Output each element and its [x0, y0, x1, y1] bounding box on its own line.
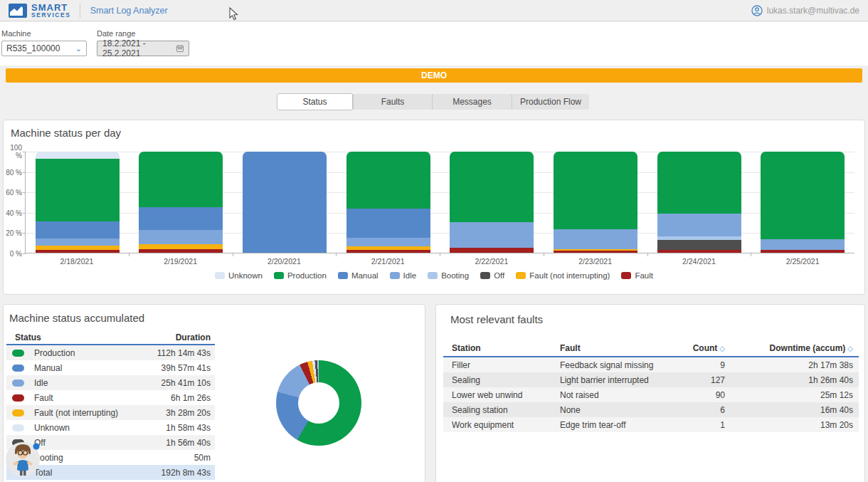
x-tick-mark: [440, 253, 440, 256]
x-tick-mark: [233, 253, 233, 256]
legend-item-manual[interactable]: Manual: [338, 271, 379, 280]
stacked-bar[interactable]: [139, 152, 223, 253]
y-tick-label: 40 %: [4, 209, 22, 216]
fault-column-header: Fault: [551, 343, 679, 353]
count-sort-icon[interactable]: ◇: [719, 345, 725, 352]
user-menu[interactable]: lukas.stark@multivac.de: [751, 5, 859, 16]
legend-swatch: [274, 272, 284, 279]
accumulated-table-header: Status Duration: [6, 330, 215, 345]
machine-status-per-day-card: Machine status per day 2/18/20212/19/202…: [3, 120, 865, 295]
stacked-bar[interactable]: [346, 152, 430, 253]
station-column-header: Station: [443, 343, 551, 353]
x-axis-label: 2/22/2021: [440, 257, 544, 266]
legend-item-off[interactable]: Off: [480, 271, 504, 280]
status-donut-chart: [276, 360, 361, 446]
legend-item-production[interactable]: Production: [274, 271, 327, 280]
faults-table-header: Station Fault Count◇ Downtime (accum)◇: [443, 340, 859, 357]
legend-item-fault[interactable]: Fault: [621, 271, 653, 280]
tab-production-flow[interactable]: Production Flow: [512, 94, 589, 110]
y-tick-label: 80 %: [4, 168, 22, 176]
x-axis-label: 2/19/2021: [129, 257, 233, 266]
chart-title: Machine status per day: [11, 127, 121, 139]
accumulated-row-production: Production112h 14m 43s: [6, 345, 215, 360]
stacked-bar[interactable]: [243, 152, 327, 253]
x-tick-mark: [751, 253, 751, 256]
legend-item-booting[interactable]: Booting: [428, 271, 469, 280]
bar-segment-manual: [346, 209, 430, 238]
x-axis-labels: 2/18/20212/19/20212/20/20212/21/20212/22…: [25, 257, 854, 266]
bar-segment-production: [761, 152, 845, 239]
bar-segment-production: [657, 152, 741, 214]
machine-status-accumulated-card: Machine status accumulated Status Durati…: [3, 304, 425, 482]
fault-downtime: 1h 26m 40s: [731, 375, 859, 385]
date-range-label: Date range: [97, 29, 189, 38]
bar-segment-idle: [346, 238, 430, 246]
bar-column-2-23-2021: [544, 152, 647, 253]
bar-segment-idle: [450, 222, 534, 248]
user-icon: [751, 5, 763, 16]
downtime-sort-icon[interactable]: ◇: [847, 345, 853, 352]
fault-row-work-equipment: Work equipmentEdge trim tear-off113m 20s: [443, 417, 859, 432]
accumulated-row-unknown: Unknown1h 58m 43s: [6, 420, 215, 435]
fault-count: 90: [679, 390, 731, 400]
tab-messages[interactable]: Messages: [432, 94, 512, 110]
assistant-avatar-button[interactable]: [6, 440, 41, 477]
fault-count: 6: [679, 405, 731, 415]
fault-downtime: 25m 12s: [731, 390, 859, 400]
legend-item-fault-not-interrupting-[interactable]: Fault (not interrupting): [516, 271, 610, 280]
y-tick-mark: [23, 253, 26, 254]
fault-description: Edge trim tear-off: [551, 420, 679, 430]
y-tick-mark: [23, 152, 26, 152]
legend-item-unknown[interactable]: Unknown: [215, 271, 263, 280]
tab-faults[interactable]: Faults: [353, 94, 432, 110]
fault-count: 9: [679, 360, 731, 370]
chart-legend: UnknownProductionManualIdleBootingOffFau…: [4, 271, 864, 280]
filter-bar: Machine R535_100000 ⌄ Date range 18.2.20…: [0, 22, 868, 66]
chevron-down-icon: ⌄: [75, 44, 82, 53]
stacked-bar[interactable]: [450, 152, 534, 253]
accumulated-row-fault-not-interrupting-: Fault (not interrupting)3h 28m 20s: [6, 405, 215, 420]
bar-segment-fault: [554, 251, 637, 253]
bar-segment-fault: [346, 250, 430, 253]
stacked-bar[interactable]: [554, 152, 637, 253]
machine-select[interactable]: R535_100000 ⌄: [1, 41, 87, 56]
stacked-bar[interactable]: [761, 152, 845, 253]
legend-item-idle[interactable]: Idle: [390, 271, 417, 280]
x-axis-label: 2/23/2021: [544, 257, 647, 266]
legend-swatch: [621, 272, 631, 279]
calendar-icon: [176, 44, 184, 53]
bar-segment-idle: [139, 230, 223, 244]
date-range-value: 18.2.2021 - 25.2.2021: [102, 38, 171, 58]
x-tick-mark: [129, 253, 129, 256]
bar-segment-manual: [243, 152, 327, 253]
y-tick-mark: [23, 192, 26, 193]
bar-column-2-20-2021: [233, 152, 337, 253]
fault-downtime: 16m 40s: [731, 405, 859, 415]
accumulated-row-idle: Idle25h 41m 10s: [6, 375, 215, 390]
demo-banner: DEMO: [6, 68, 862, 83]
y-tick-label: 0 %: [4, 250, 22, 258]
logo-text-line1: SMART: [31, 3, 71, 12]
legend-swatch: [390, 272, 400, 279]
bar-segment-off: [657, 240, 741, 249]
bar-segment-unknown: [36, 152, 120, 159]
legend-swatch: [516, 272, 526, 279]
tab-status[interactable]: Status: [277, 93, 353, 110]
bar-segment-manual: [36, 221, 120, 239]
fault-downtime: 13m 20s: [731, 420, 859, 430]
most-relevant-faults-card: Most relevant faults Station Fault Count…: [435, 304, 865, 482]
date-range-input[interactable]: 18.2.2021 - 25.2.2021: [97, 41, 189, 56]
y-tick-mark: [23, 213, 26, 214]
machine-select-value: R535_100000: [6, 43, 60, 53]
bar-segment-production: [36, 159, 120, 221]
stacked-bar[interactable]: [36, 152, 120, 253]
fault-count: 1: [679, 420, 731, 430]
fault-row-sealing: SealingLight barrier interrupted1271h 26…: [443, 372, 859, 387]
status-swatch: [12, 409, 24, 416]
bar-segment-fault: [139, 249, 223, 253]
x-axis-label: 2/24/2021: [647, 257, 751, 266]
stacked-bar[interactable]: [657, 152, 741, 253]
accumulated-title: Machine status accumulated: [9, 312, 144, 324]
bar-segment-production: [346, 152, 430, 209]
bar-segment-fault: [761, 250, 845, 253]
